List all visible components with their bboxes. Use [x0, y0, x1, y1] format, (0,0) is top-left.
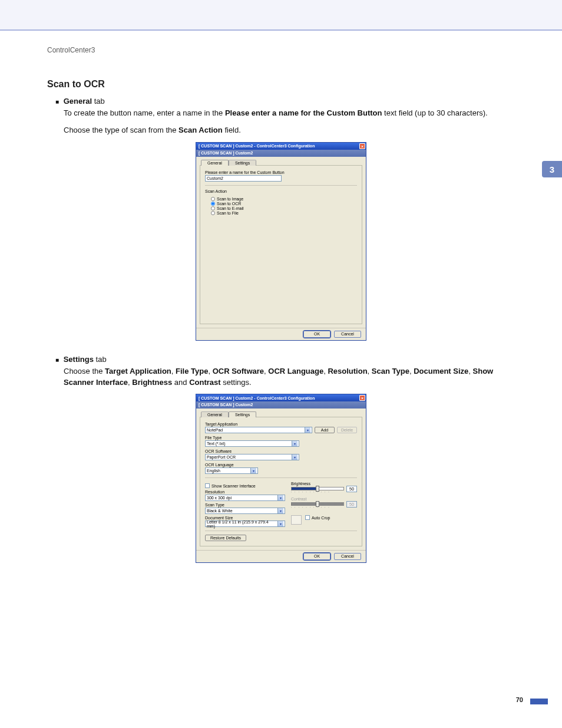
top-accent-bar [0, 0, 562, 31]
target-app-select[interactable]: NotePad▾ [205, 427, 312, 433]
paragraph-1: To create the button name, enter a name … [64, 108, 515, 119]
bullet-general: ■ General tab [55, 97, 515, 106]
cancel-button[interactable]: Cancel [334, 331, 361, 338]
page-number: 70 [516, 696, 523, 703]
tab-settings[interactable]: Settings [229, 411, 256, 417]
radio-scan-file[interactable]: Scan to File [211, 211, 357, 215]
brightness-label: Brightness [291, 482, 357, 486]
dialog-subtitle: [ CUSTOM SCAN ] Custom2 [196, 401, 366, 409]
custom-name-input[interactable] [205, 175, 282, 182]
brightness-value[interactable]: 50 [346, 486, 357, 492]
tab-general[interactable]: General [201, 160, 229, 166]
cancel-button[interactable]: Cancel [334, 553, 361, 560]
file-type-select[interactable]: Text (*.txt)▾ [205, 440, 299, 447]
ocr-software-select[interactable]: PaperPort OCR▾ [205, 454, 299, 460]
add-button[interactable]: Add [315, 427, 335, 433]
chevron-down-icon: ▾ [250, 468, 256, 473]
contrast-value: 50 [346, 501, 357, 508]
show-scanner-checkbox[interactable]: Show Scanner Interface [205, 483, 285, 488]
file-type-label: File Type [205, 436, 357, 440]
chevron-down-icon: ▾ [277, 508, 283, 513]
auto-crop-checkbox[interactable]: Auto Crop [305, 515, 330, 520]
resolution-label: Resolution [205, 490, 285, 494]
chevron-down-icon: ▾ [305, 427, 310, 433]
delete-button: Delete [337, 427, 357, 433]
close-icon[interactable]: × [359, 395, 365, 401]
scan-type-select[interactable]: Black & White▾ [205, 508, 285, 514]
close-icon[interactable]: × [359, 143, 365, 149]
custom-name-label: Please enter a name for the Custom Butto… [205, 170, 357, 174]
bullet-settings: ■ Settings tab [55, 355, 515, 364]
contrast-slider [291, 502, 344, 506]
radio-scan-ocr[interactable]: Scan to OCR [211, 202, 357, 206]
ok-button[interactable]: OK [303, 331, 330, 338]
page-title: Scan to OCR [47, 79, 515, 90]
ok-button[interactable]: OK [303, 553, 330, 560]
chevron-down-icon: ▾ [277, 521, 283, 526]
radio-scan-image[interactable]: Scan to Image [211, 197, 357, 201]
chevron-down-icon: ▾ [292, 441, 297, 446]
target-app-label: Target Application [205, 422, 357, 426]
preview-icon [291, 515, 302, 525]
dialog-title: [ CUSTOM SCAN ] Custom2 - ControlCenter3… [199, 396, 315, 400]
dialog-titlebar[interactable]: [ CUSTOM SCAN ] Custom2 - ControlCenter3… [196, 143, 366, 150]
brightness-slider[interactable] [291, 487, 344, 490]
document-size-select[interactable]: Letter 8 1/2 x 11 in (215.9 x 279.4 mm)▾ [205, 521, 285, 527]
resolution-select[interactable]: 300 x 300 dpi▾ [205, 495, 285, 501]
chevron-down-icon: ▾ [277, 495, 283, 500]
restore-defaults-button[interactable]: Restore Defaults [205, 535, 246, 541]
radio-scan-email[interactable]: Scan to E-mail [211, 206, 357, 210]
paragraph-3: Choose the Target Application, File Type… [64, 366, 515, 388]
bullet-icon: ■ [55, 357, 59, 363]
section-tab: 3 [542, 161, 562, 177]
dialog-subtitle: [ CUSTOM SCAN ] Custom2 [196, 150, 366, 157]
dialog-titlebar[interactable]: [ CUSTOM SCAN ] Custom2 - ControlCenter3… [196, 394, 366, 401]
dialog-settings: [ CUSTOM SCAN ] Custom2 - ControlCenter3… [196, 394, 366, 563]
scan-type-label: Scan Type [205, 503, 285, 507]
paragraph-2: Choose the type of scan from the Scan Ac… [64, 125, 515, 136]
dialog-title: [ CUSTOM SCAN ] Custom2 - ControlCenter3… [199, 144, 315, 148]
contrast-label: Contrast [291, 497, 357, 501]
chevron-down-icon: ▾ [292, 454, 297, 460]
dialog-general: [ CUSTOM SCAN ] Custom2 - ControlCenter3… [196, 142, 366, 341]
tab-general[interactable]: General [201, 411, 229, 417]
ocr-language-label: OCR Language [205, 463, 357, 467]
tab-settings[interactable]: Settings [229, 160, 256, 166]
page-accent-bar [530, 699, 548, 704]
breadcrumb: ControlCenter3 [47, 46, 515, 54]
ocr-language-select[interactable]: English▾ [205, 467, 258, 474]
ocr-software-label: OCR Software [205, 449, 357, 453]
bullet-icon: ■ [55, 98, 59, 105]
scan-action-label: Scan Action [205, 189, 357, 193]
